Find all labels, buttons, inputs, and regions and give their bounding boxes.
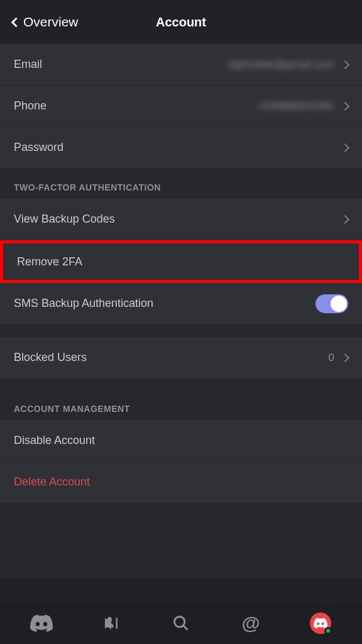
header: Overview Account [0,0,362,44]
bottom-spacer [0,503,362,579]
management-section: Disable Account Delete Account [0,420,362,503]
chevron-right-icon [341,214,349,223]
chevron-right-icon [341,353,349,362]
blocked-section: Blocked Users 0 [0,337,362,379]
sms-backup-toggle[interactable] [315,294,348,313]
mentions-icon[interactable]: @ [235,608,266,639]
delete-label: Delete Account [14,475,90,489]
avatar-icon [310,613,331,634]
password-label: Password [14,141,63,154]
back-button[interactable]: Overview [13,14,79,30]
password-chevron-container [342,145,348,151]
phone-value-container: +639968341061 [257,100,348,113]
blocked-count: 0 [329,352,334,364]
view-backup-codes-row[interactable]: View Backup Codes [0,199,362,240]
page-title: Account [156,15,206,30]
blocked-value-container: 0 [329,352,348,364]
chevron-left-icon [11,17,21,27]
status-online-icon [324,627,332,635]
phone-label: Phone [14,99,47,113]
remove-2fa-row[interactable]: Remove 2FA [0,240,362,283]
twofa-section-header: TWO-FACTOR AUTHENTICATION [0,169,362,199]
email-value-container: alphrdelle@gmail.com [229,58,348,71]
svg-point-0 [174,617,184,627]
account-section: Email alphrdelle@gmail.com Phone +639968… [0,44,362,169]
section-gap [0,325,362,337]
search-icon[interactable] [165,608,197,639]
email-label: Email [14,58,42,71]
delete-account-row[interactable]: Delete Account [0,462,362,503]
chevron-right-icon [341,143,349,152]
back-label: Overview [23,14,79,30]
profile-avatar[interactable] [305,608,336,639]
blocked-users-row[interactable]: Blocked Users 0 [0,337,362,379]
discord-icon[interactable] [26,608,57,639]
email-value: alphrdelle@gmail.com [229,58,334,71]
remove-2fa-label: Remove 2FA [17,255,82,269]
twofa-section: View Backup Codes Remove 2FA SMS Backup … [0,199,362,325]
svg-line-1 [183,626,187,630]
blocked-label: Blocked Users [14,351,87,364]
friends-icon[interactable] [96,608,127,639]
phone-row[interactable]: Phone +639968341061 [0,86,362,127]
view-backup-label: View Backup Codes [14,213,115,226]
phone-value: +639968341061 [257,100,334,113]
disable-account-row[interactable]: Disable Account [0,420,362,462]
bottom-nav: @ [0,602,362,644]
management-section-header: ACCOUNT MANAGEMENT [0,379,362,420]
sms-backup-row[interactable]: SMS Backup Authentication [0,283,362,325]
disable-label: Disable Account [14,434,95,447]
sms-backup-label: SMS Backup Authentication [14,297,153,310]
chevron-right-icon [341,101,349,110]
email-row[interactable]: Email alphrdelle@gmail.com [0,44,362,86]
password-row[interactable]: Password [0,127,362,169]
toggle-knob [331,296,347,312]
chevron-right-icon [341,60,349,69]
